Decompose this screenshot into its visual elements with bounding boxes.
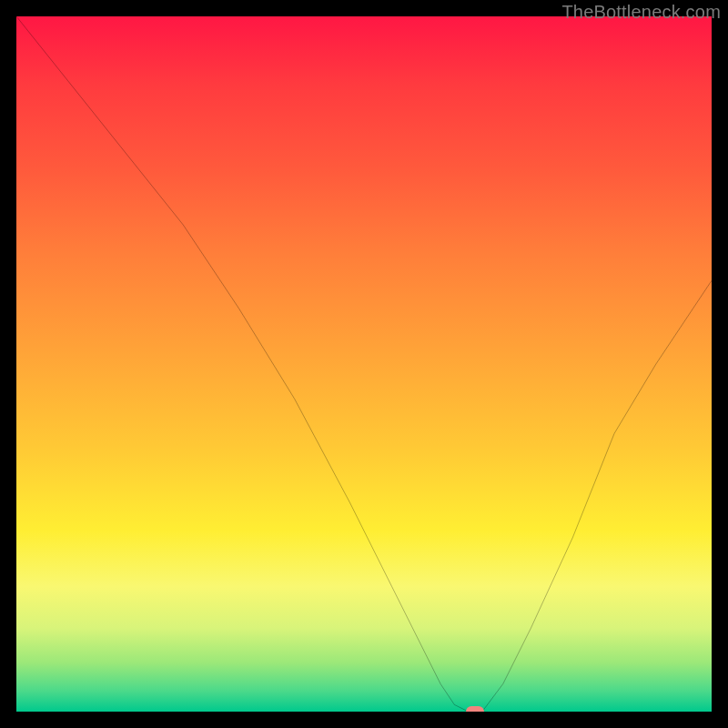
chart-frame: TheBottleneck.com [0,0,728,728]
bottleneck-curve [16,16,712,712]
watermark-text: TheBottleneck.com [561,2,721,23]
optimum-marker [466,706,484,712]
plot-area [16,16,712,712]
